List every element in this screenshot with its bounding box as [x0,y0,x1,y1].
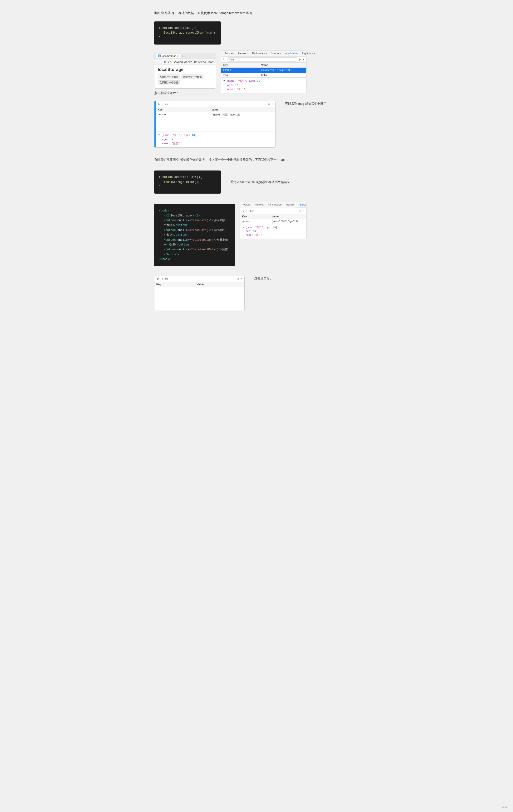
browser-tab-1[interactable]: ⚙ localStorage × [156,54,181,58]
empty-area-4b [154,299,244,311]
page-num-text: 2/17 [502,805,507,808]
annotation-delete-text: 可以看到 msg 就被我们删除了 [285,102,327,106]
code-function-keyword: function [159,26,174,30]
cell-key-person-2: person [156,112,210,117]
browser-window-1: ⚙ localStorage × + ← → ↻ 文件 | D:/JavaSE练… [154,53,216,89]
tab-application-1[interactable]: Application [283,51,300,56]
devtools-close-btn-3[interactable]: × [302,209,305,213]
code-block-2-container: function deleteAllData(){ localStorage.c… [154,168,221,196]
tab-network[interactable]: Network [236,51,250,56]
after-clear-row: ↻ ⊘ × Key Value [154,276,359,311]
delete-data-btn[interactable]: 点我删除一个数据 [158,80,180,85]
html-line-body: <body> [159,208,230,213]
code-function-name: deleteData [174,26,191,30]
code2-function-name: deleteAllData [174,175,197,179]
tab-sources[interactable]: Sources [222,51,236,56]
tab-memory[interactable]: Memory [270,51,283,56]
annotation-clear: 点击清空后。 [254,276,359,281]
col-key-2: Key [156,107,210,112]
col-value-2: Value [210,107,275,112]
code-method: removeItem [186,31,203,34]
cell-key-person-3: person [240,219,270,224]
annotation-delete: 可以看到 msg 就被我们删除了 [285,101,359,107]
read-data-btn[interactable]: 点我读取一个数据 [181,75,204,79]
devtools-clear-btn-1[interactable]: ⊘ [298,57,301,62]
browser-page-title-1: localStorage [158,67,212,72]
tab-performance-3[interactable]: Performance [266,202,283,207]
devtools-refresh-2[interactable]: ↻ [157,102,161,106]
devtools-filter-input-2[interactable] [162,102,266,106]
preview3-line-2: age: 18 [246,230,304,233]
col-value-3: Value [270,214,306,219]
devtools-filter-input-4[interactable] [161,277,235,281]
intro-text-content: 删除 浏览器 身上 存储的数据 ，直接使用 localStorage.remov… [154,11,252,15]
section-intro: 删除 浏览器 身上 存储的数据 ，直接使用 localStorage.remov… [154,10,359,16]
code2-function-keyword: function [159,175,174,179]
code2-brace-close: } [159,185,161,188]
preview2-line-3: name: "张三" [162,142,273,146]
table-row-msg[interactable]: msg hello! [221,73,306,78]
devtools-clear-btn-4[interactable]: ⊘ [236,277,239,281]
code-paren: ( [203,31,205,34]
browser-reload-btn[interactable]: ↻ [164,61,166,63]
devtools-2-wrapper: ↻ ⊘ × Key Value [154,101,275,148]
html-line-btn4: <button onclick="deleteAllData()">清空</bu… [164,247,230,257]
devtools-1-table: Key Value person {"name":"张三","age":18} … [221,63,306,78]
tab-performance[interactable]: Performance [250,51,269,56]
preview-line-2: age: 18 [227,83,304,88]
after-delete-label: 点击删除按钮后： [154,91,216,95]
devtools-1-filter: ↻ ⊘ × [221,57,306,63]
devtools-filter-input-1[interactable] [227,57,297,62]
intro-text: 删除 浏览器 身上 存储的数据 ，直接使用 localStorage.remov… [154,10,359,16]
section2-text-content: 有时我们需要清空 浏览器存储的数据 ，按上面一个一个删是非常费劲的，下面我们来下… [154,158,289,162]
table-row-person-3[interactable]: person {"name":"张三","age":18} [240,219,306,224]
devtools-refresh-4[interactable]: ↻ [156,277,160,281]
code-block-2: function deleteAllData(){ localStorage.c… [154,171,221,194]
tab-memory-3[interactable]: Memory [284,202,296,207]
browser-tab-bar-1: ⚙ localStorage × + [154,53,216,59]
devtools-3-filter: ↻ ⊘ × [240,208,306,214]
table-row-person-2[interactable]: person {"name":"张三","age":18} [156,112,275,117]
devtools-close-btn-1[interactable]: × [302,57,305,62]
html-line-h2: <h2>localStorage</h2> [164,213,230,218]
tab-network-3[interactable]: Network [253,202,266,207]
browser-tab-close-1[interactable]: × [177,55,179,57]
code2-paren: (); [194,180,200,184]
code-block-1-container: function deleteData(){ localStorage.remo… [154,22,359,45]
table-row-person-selected[interactable]: person {"name":"张三","age":18} [221,68,306,73]
devtools-clear-btn-2[interactable]: ⊘ [267,102,270,106]
tab-application-3[interactable]: Application [297,202,306,207]
devtools-close-btn-4[interactable]: × [240,277,243,281]
code-dot: . [184,31,186,34]
code2-annotation-text: 通过 clear 方法 将 浏览器中存储的数据清空 [230,180,290,184]
save-data-btn[interactable]: 点我保存一个数据 [158,75,180,79]
tab-lighthouse-1[interactable]: Lighthouse [300,51,317,56]
browser-dt-layout: ⚙ localStorage × + ← → ↻ 文件 | D:/JavaSE练… [154,50,359,95]
browser-new-tab-btn-1[interactable]: + [182,54,184,58]
preview3-line-1: ▼ {name: "张三", age: 18} [242,226,304,230]
preview-line-1: ▼ {name: "张三", age: 18} [223,79,304,83]
page-container: 删除 浏览器 身上 存储的数据 ，直接使用 localStorage.remov… [154,10,359,311]
after-delete-text: 点击删除按钮后： [154,91,179,95]
devtools-refresh-3[interactable]: ↻ [242,209,245,213]
preview3-line-3: name: "张三" [246,233,304,237]
code2-line-3: } [159,184,216,189]
devtools-filter-input-3[interactable] [246,209,297,213]
devtools-refresh-1[interactable]: ↻ [222,58,226,61]
preview-line-3: name: "张三" [227,87,304,92]
browser-forward-btn[interactable]: → [160,61,162,63]
browser-tab-label-1: localStorage [162,55,176,57]
code2-method: clear [186,180,194,184]
devtools-3-container: ources Network Performance Memory Applic… [240,202,306,239]
devtools-3-table: Key Value person {"name":"张三","age":18} [240,214,306,224]
cell-key-person-1: person [221,68,259,73]
devtools-1: Sources Network Performance Memory Appli… [221,50,306,93]
tab-sources-3[interactable]: ources [242,202,252,207]
table-row-empty-4b [154,299,244,311]
devtools-4: ↻ ⊘ × Key Value [154,276,245,311]
code-line-2: localStorage.removeItem("msg"); [164,30,216,35]
devtools-close-btn-2[interactable]: × [271,102,274,106]
devtools-clear-btn-3[interactable]: ⊘ [298,209,301,213]
browser-back-btn[interactable]: ← [156,61,159,63]
devtools-3-preview: ▼ {name: "张三", age: 18} age: 18 name: "张… [240,224,306,239]
